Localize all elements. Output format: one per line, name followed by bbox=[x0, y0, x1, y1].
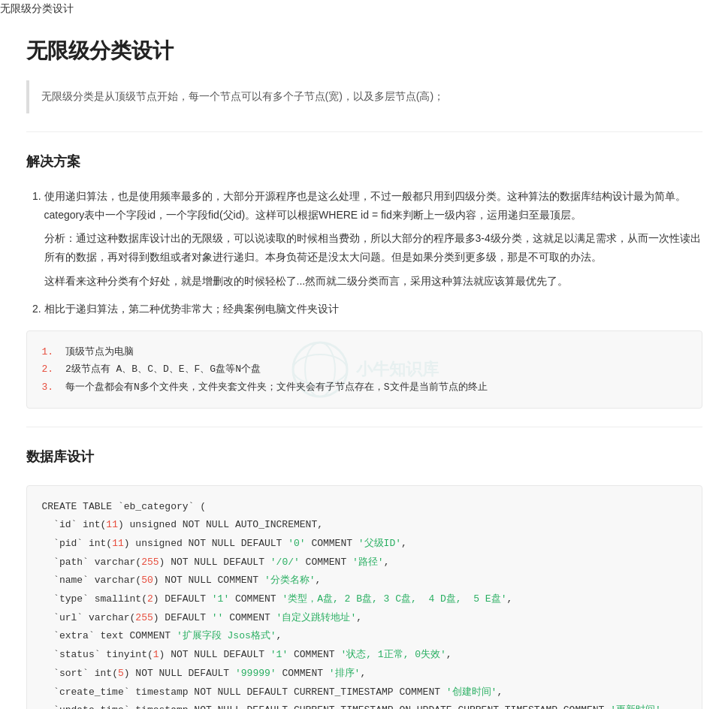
solution-title: 解决方案 bbox=[26, 150, 702, 178]
intro-block: 无限级分类是从顶级节点开始，每一个节点可以有多个子节点(宽)，以及多层节点(高)… bbox=[26, 80, 702, 113]
list-item-2: 相比于递归算法，第二种优势非常大；经典案例电脑文件夹设计 bbox=[44, 300, 702, 318]
db-title: 数据库设计 bbox=[26, 445, 702, 473]
line-text-2: 2级节点有 A、B、C、D、E、F、G盘等N个盘 bbox=[65, 364, 261, 375]
item-1-text: 使用递归算法，也是使用频率最多的，大部分开源程序也是这么处理，不过一般都只用到四… bbox=[44, 190, 686, 221]
page-tab-bar: 无限级分类设计 bbox=[0, 0, 728, 18]
line-num-3: 3. bbox=[42, 382, 54, 393]
page-container: 无限级分类设计 无限级分类是从顶级节点开始，每一个节点可以有多个子节点(宽)，以… bbox=[4, 18, 725, 709]
code-line-3: 3. 每一个盘都会有N多个文件夹，文件夹套文件夹；文件夹会有子节点存在，S文件是… bbox=[42, 379, 687, 396]
solution-list: 使用递归算法，也是使用频率最多的，大部分开源程序也是这么处理，不过一般都只用到四… bbox=[26, 187, 702, 318]
item-1-note: 这样看来这种分类有个好处，就是增删改的时候轻松了...然而就二级分类而言，采用这… bbox=[44, 272, 702, 291]
line-text-3: 每一个盘都会有N多个文件夹，文件夹套文件夹；文件夹会有子节点存在，S文件是当前节… bbox=[65, 382, 488, 393]
line-num-2: 2. bbox=[42, 364, 54, 375]
code-line-2: 2. 2级节点有 A、B、C、D、E、F、G盘等N个盘 bbox=[42, 361, 687, 378]
code-line-1: 1. 顶级节点为电脑 bbox=[42, 343, 687, 361]
list-item-1: 使用递归算法，也是使用频率最多的，大部分开源程序也是这么处理，不过一般都只用到四… bbox=[44, 187, 702, 291]
divider-2 bbox=[26, 427, 702, 427]
item-1-analysis: 分析：通过这种数据库设计出的无限级，可以说读取的时候相当费劲，所以大部分的程序最… bbox=[44, 229, 702, 267]
tab-title: 无限级分类设计 bbox=[0, 2, 74, 14]
sql-block: CREATE TABLE `eb_category` ( `id` int(11… bbox=[26, 485, 702, 709]
intro-text: 无限级分类是从顶级节点开始，每一个节点可以有多个子节点(宽)，以及多层节点(高)… bbox=[41, 90, 445, 102]
code-example-block: 小牛知识库 1. 顶级节点为电脑 2. 2级节点有 A、B、C、D、E、F、G盘… bbox=[26, 330, 702, 409]
line-num-1: 1. bbox=[42, 346, 54, 358]
divider-1 bbox=[26, 131, 702, 132]
item-2-text: 相比于递归算法，第二种优势非常大；经典案例电脑文件夹设计 bbox=[44, 303, 339, 315]
main-title: 无限级分类设计 bbox=[26, 33, 702, 69]
line-text-1: 顶级节点为电脑 bbox=[65, 346, 134, 358]
